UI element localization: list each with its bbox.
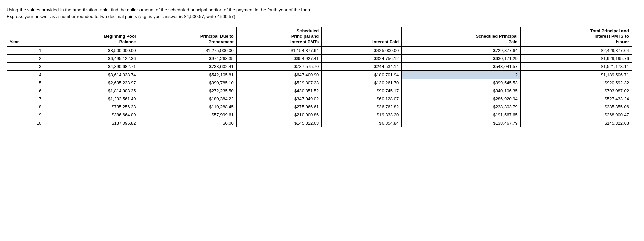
ip-cell: $36,762.82 <box>322 103 402 111</box>
spp-cell: $286,920.94 <box>402 95 521 103</box>
tpipi-cell: $1,521,178.11 <box>520 63 632 71</box>
col-header-ip: Interest Paid <box>322 27 402 47</box>
pdp-cell: $1,275,000.00 <box>139 47 236 55</box>
table-row: 1$8,500,000.00$1,275,000.00$1,154,877.64… <box>7 47 632 55</box>
table-row: 2$6,495,122.36$974,268.35$954,927.41$324… <box>7 55 632 63</box>
year-cell: 4 <box>7 71 44 79</box>
bpb-cell: $1,814,903.35 <box>44 87 139 95</box>
bpb-cell: $386,664.09 <box>44 111 139 119</box>
spaipmts-cell: $787,575.70 <box>236 63 322 71</box>
col-header-pdp: Principal Due toPrepayment <box>139 27 236 47</box>
ip-cell: $90,745.17 <box>322 87 402 95</box>
year-cell: 1 <box>7 47 44 55</box>
pdp-cell: $733,602.41 <box>139 63 236 71</box>
tpipi-cell: $1,189,506.71 <box>520 71 632 79</box>
spaipmts-cell: $954,927.41 <box>236 55 322 63</box>
tpipi-cell: $145,322.63 <box>520 119 632 127</box>
pdp-cell: $110,288.45 <box>139 103 236 111</box>
bpb-cell: $8,500,000.00 <box>44 47 139 55</box>
spp-cell: ? <box>402 71 521 79</box>
table-row: 5$2,605,233.97$390,785.10$529,807.23$130… <box>7 79 632 87</box>
tpipi-cell: $1,929,195.76 <box>520 55 632 63</box>
spp-cell: $399,545.53 <box>402 79 521 87</box>
pdp-cell: $57,999.61 <box>139 111 236 119</box>
instruction-line2: Express your answer as a number rounded … <box>7 13 637 20</box>
table-row: 6$1,814,903.35$272,235.50$430,851.52$90,… <box>7 87 632 95</box>
pdp-cell: $0.00 <box>139 119 236 127</box>
col-header-bpb: Beginning PoolBalance <box>44 27 139 47</box>
tpipi-cell: $385,355.06 <box>520 103 632 111</box>
year-cell: 7 <box>7 95 44 103</box>
tpipi-cell: $268,900.47 <box>520 111 632 119</box>
bpb-cell: $4,890,682.71 <box>44 63 139 71</box>
tpipi-cell: $703,087.02 <box>520 87 632 95</box>
table-row: 3$4,890,682.71$733,602.41$787,575.70$244… <box>7 63 632 71</box>
ip-cell: $19,333.20 <box>322 111 402 119</box>
col-header-tpipi: Total Principal andInterest PMTS toIssue… <box>520 27 632 47</box>
bpb-cell: $6,495,122.36 <box>44 55 139 63</box>
pdp-cell: $272,235.50 <box>139 87 236 95</box>
ip-cell: $130,261.70 <box>322 79 402 87</box>
spaipmts-cell: $210,900.86 <box>236 111 322 119</box>
pdp-cell: $180,384.22 <box>139 95 236 103</box>
spaipmts-cell: $347,049.02 <box>236 95 322 103</box>
spp-cell: $238,303.79 <box>402 103 521 111</box>
tpipi-cell: $2,429,877.64 <box>520 47 632 55</box>
tpipi-cell: $920,592.32 <box>520 79 632 87</box>
table-row: 7$1,202,561.49$180,384.22$347,049.02$60,… <box>7 95 632 103</box>
table-row: 8$735,256.33$110,288.45$275,066.61$36,76… <box>7 103 632 111</box>
col-header-spaipmts: ScheduledPrincipal andInterest PMTs <box>236 27 322 47</box>
table-row: 4$3,614,038.74$542,105.81$647,400.90$180… <box>7 71 632 79</box>
bpb-cell: $3,614,038.74 <box>44 71 139 79</box>
spp-cell: $729,877.64 <box>402 47 521 55</box>
col-header-year: Year <box>7 27 44 47</box>
year-cell: 8 <box>7 103 44 111</box>
bpb-cell: $735,256.33 <box>44 103 139 111</box>
spaipmts-cell: $275,066.61 <box>236 103 322 111</box>
tpipi-cell: $527,433.24 <box>520 95 632 103</box>
ip-cell: $324,756.12 <box>322 55 402 63</box>
amortization-table: Year Beginning PoolBalance Principal Due… <box>7 27 632 128</box>
year-cell: 5 <box>7 79 44 87</box>
pdp-cell: $390,785.10 <box>139 79 236 87</box>
year-cell: 2 <box>7 55 44 63</box>
table-row: 9$386,664.09$57,999.61$210,900.86$19,333… <box>7 111 632 119</box>
bpb-cell: $2,605,233.97 <box>44 79 139 87</box>
ip-cell: $6,854.84 <box>322 119 402 127</box>
year-cell: 10 <box>7 119 44 127</box>
ip-cell: $244,534.14 <box>322 63 402 71</box>
year-cell: 3 <box>7 63 44 71</box>
year-cell: 9 <box>7 111 44 119</box>
spp-cell: $340,106.35 <box>402 87 521 95</box>
spaipmts-cell: $145,322.63 <box>236 119 322 127</box>
spaipmts-cell: $1,154,877.64 <box>236 47 322 55</box>
spaipmts-cell: $430,851.52 <box>236 87 322 95</box>
year-cell: 6 <box>7 87 44 95</box>
ip-cell: $180,701.94 <box>322 71 402 79</box>
table-row: 10$137,096.82$0.00$145,322.63$6,854.84$1… <box>7 119 632 127</box>
spp-cell: $630,171.29 <box>402 55 521 63</box>
ip-cell: $60,128.07 <box>322 95 402 103</box>
spp-cell: $191,567.65 <box>402 111 521 119</box>
bpb-cell: $137,096.82 <box>44 119 139 127</box>
pdp-cell: $542,105.81 <box>139 71 236 79</box>
ip-cell: $425,000.00 <box>322 47 402 55</box>
spp-cell: $543,041.57 <box>402 63 521 71</box>
col-header-spp: Scheduled PrincipalPaid <box>402 27 521 47</box>
spaipmts-cell: $647,400.90 <box>236 71 322 79</box>
instructions: Using the values provided in the amortiz… <box>7 7 637 20</box>
spp-cell: $138,467.79 <box>402 119 521 127</box>
pdp-cell: $974,268.35 <box>139 55 236 63</box>
instruction-line1: Using the values provided in the amortiz… <box>7 7 637 13</box>
bpb-cell: $1,202,561.49 <box>44 95 139 103</box>
spaipmts-cell: $529,807.23 <box>236 79 322 87</box>
